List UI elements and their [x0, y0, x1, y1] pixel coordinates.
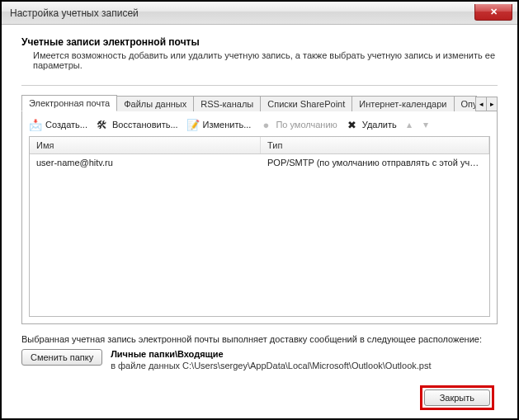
delivery-folder-title: Личные папки\Входящие: [111, 349, 431, 359]
chevron-right-icon: ▸: [490, 100, 494, 108]
change-folder-button[interactable]: Сменить папку: [21, 349, 102, 366]
create-button[interactable]: 📩 Создать...: [29, 118, 87, 131]
edit-label: Изменить...: [203, 120, 252, 130]
repair-icon: 🛠: [96, 118, 109, 131]
table-row[interactable]: user-name@hitv.ru POP/SMTP (по умолчанию…: [30, 154, 489, 171]
delete-button[interactable]: ✖ Удалить: [346, 118, 397, 131]
window-close-button[interactable]: ✕: [474, 4, 512, 21]
delivery-info: Выбранная учетная запись электронной поч…: [21, 334, 498, 344]
tab-scroll-left[interactable]: ◂: [475, 97, 487, 111]
create-label: Создать...: [45, 120, 87, 130]
list-header: Имя Тип: [30, 137, 489, 154]
tab-email[interactable]: Электронная почта: [21, 95, 117, 111]
tab-data-files[interactable]: Файлы данных: [116, 96, 194, 111]
move-down-button: ▾: [422, 119, 430, 130]
delete-label: Удалить: [362, 120, 397, 130]
tabpanel-email: 📩 Создать... 🛠 Восстановить... 📝 Изменит…: [21, 111, 498, 324]
restore-button[interactable]: 🛠 Восстановить...: [96, 118, 178, 131]
check-circle-icon: ●: [259, 118, 272, 131]
edit-icon: 📝: [186, 118, 200, 131]
column-type[interactable]: Тип: [261, 137, 489, 153]
accounts-toolbar: 📩 Создать... 🛠 Восстановить... 📝 Изменит…: [22, 111, 497, 136]
delivery-folder-path: в файле данных C:\Users\sergey\AppData\L…: [111, 361, 431, 370]
cell-name: user-name@hitv.ru: [30, 154, 261, 171]
move-up-button: ▴: [405, 119, 413, 130]
arrow-up-icon: ▴: [407, 119, 412, 130]
tab-rss[interactable]: RSS-каналы: [193, 96, 261, 111]
delete-icon: ✖: [346, 118, 359, 131]
cell-type: POP/SMTP (по умолчанию отправлять с этой…: [261, 154, 489, 171]
edit-button[interactable]: 📝 Изменить...: [186, 118, 252, 131]
chevron-left-icon: ◂: [479, 100, 484, 108]
section-title: Учетные записи электронной почты: [21, 36, 498, 48]
divider: [21, 85, 498, 86]
tabstrip: Электронная почта Файлы данных RSS-канал…: [21, 94, 498, 111]
window-title: Настройка учетных записей: [10, 7, 139, 19]
restore-label: Восстановить...: [112, 120, 178, 130]
tab-scroll-right[interactable]: ▸: [486, 97, 498, 111]
titlebar: Настройка учетных записей ✕: [2, 2, 517, 25]
accounts-list[interactable]: Имя Тип user-name@hitv.ru POP/SMTP (по у…: [29, 136, 490, 317]
arrow-down-icon: ▾: [423, 119, 428, 130]
default-label: По умолчанию: [276, 120, 337, 130]
close-button[interactable]: Закрыть: [424, 389, 490, 406]
close-icon: ✕: [490, 7, 498, 17]
column-name[interactable]: Имя: [30, 137, 261, 153]
section-description: Имеется возможность добавить или удалить…: [33, 50, 498, 70]
tab-sharepoint[interactable]: Списки SharePoint: [260, 96, 352, 111]
close-button-highlight: Закрыть: [420, 385, 494, 410]
new-mail-icon: 📩: [29, 118, 42, 131]
default-button: ● По умолчанию: [259, 118, 337, 131]
tab-published[interactable]: Опубликован: [454, 96, 478, 111]
tab-internet-calendars[interactable]: Интернет-календари: [352, 96, 454, 111]
